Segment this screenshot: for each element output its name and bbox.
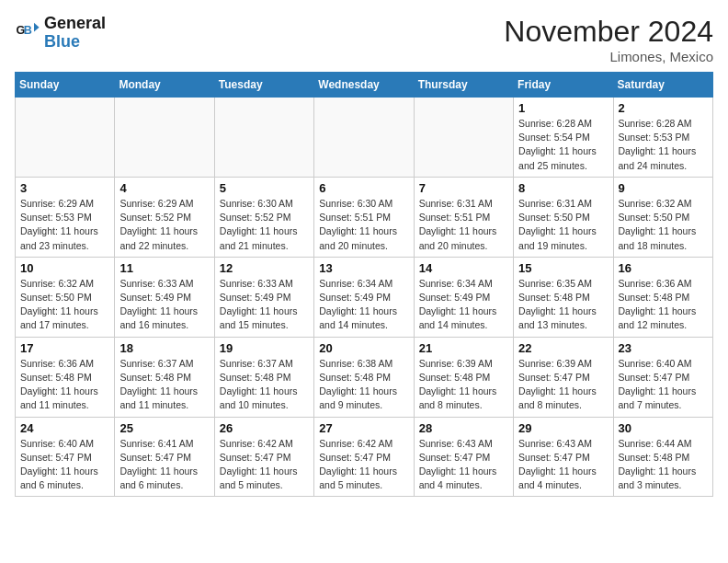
calendar-week-1: 1Sunrise: 6:28 AM Sunset: 5:54 PM Daylig…: [16, 98, 713, 178]
day-info: Sunrise: 6:43 AM Sunset: 5:47 PM Dayligh…: [518, 437, 608, 493]
day-number: 5: [220, 181, 309, 195]
weekday-header-friday: Friday: [514, 73, 613, 98]
page-header: G B General Blue November 2024 Limones, …: [15, 15, 713, 64]
calendar-cell: 13Sunrise: 6:34 AM Sunset: 5:49 PM Dayli…: [314, 257, 414, 337]
day-number: 10: [20, 261, 109, 275]
calendar-cell: 18Sunrise: 6:37 AM Sunset: 5:48 PM Dayli…: [115, 337, 214, 417]
day-info: Sunrise: 6:30 AM Sunset: 5:52 PM Dayligh…: [220, 197, 309, 253]
day-number: 29: [518, 421, 608, 435]
day-number: 3: [20, 181, 109, 195]
calendar-cell: 17Sunrise: 6:36 AM Sunset: 5:48 PM Dayli…: [16, 337, 115, 417]
calendar-cell: 24Sunrise: 6:40 AM Sunset: 5:47 PM Dayli…: [16, 417, 115, 497]
calendar-cell: 20Sunrise: 6:38 AM Sunset: 5:48 PM Dayli…: [314, 337, 414, 417]
day-number: 25: [119, 421, 209, 435]
day-info: Sunrise: 6:29 AM Sunset: 5:52 PM Dayligh…: [119, 197, 209, 253]
day-info: Sunrise: 6:36 AM Sunset: 5:48 PM Dayligh…: [20, 357, 109, 413]
month-title: November 2024: [504, 15, 713, 49]
logo: G B General Blue: [15, 15, 106, 52]
weekday-header-tuesday: Tuesday: [214, 73, 313, 98]
day-info: Sunrise: 6:39 AM Sunset: 5:47 PM Dayligh…: [518, 357, 608, 413]
calendar-cell: 23Sunrise: 6:40 AM Sunset: 5:47 PM Dayli…: [613, 337, 712, 417]
calendar-week-5: 24Sunrise: 6:40 AM Sunset: 5:47 PM Dayli…: [16, 417, 713, 497]
calendar-cell: [414, 98, 513, 178]
calendar-week-2: 3Sunrise: 6:29 AM Sunset: 5:53 PM Daylig…: [16, 177, 713, 257]
day-number: 2: [619, 101, 708, 115]
day-number: 13: [319, 261, 408, 275]
calendar-cell: 19Sunrise: 6:37 AM Sunset: 5:48 PM Dayli…: [214, 337, 313, 417]
weekday-header-thursday: Thursday: [414, 73, 513, 98]
day-number: 22: [518, 341, 608, 355]
calendar-cell: 7Sunrise: 6:31 AM Sunset: 5:51 PM Daylig…: [414, 177, 513, 257]
day-info: Sunrise: 6:44 AM Sunset: 5:48 PM Dayligh…: [619, 437, 708, 493]
day-number: 1: [518, 101, 608, 115]
day-number: 9: [619, 181, 708, 195]
calendar-cell: 5Sunrise: 6:30 AM Sunset: 5:52 PM Daylig…: [214, 177, 313, 257]
day-info: Sunrise: 6:30 AM Sunset: 5:51 PM Dayligh…: [319, 197, 408, 253]
day-info: Sunrise: 6:32 AM Sunset: 5:50 PM Dayligh…: [20, 277, 109, 333]
calendar-header-row: SundayMondayTuesdayWednesdayThursdayFrid…: [16, 73, 713, 98]
day-number: 7: [419, 181, 508, 195]
calendar-cell: 9Sunrise: 6:32 AM Sunset: 5:50 PM Daylig…: [613, 177, 712, 257]
day-info: Sunrise: 6:42 AM Sunset: 5:47 PM Dayligh…: [220, 437, 309, 493]
day-info: Sunrise: 6:40 AM Sunset: 5:47 PM Dayligh…: [20, 437, 109, 493]
calendar-cell: 1Sunrise: 6:28 AM Sunset: 5:54 PM Daylig…: [514, 98, 613, 178]
weekday-header-wednesday: Wednesday: [314, 73, 414, 98]
calendar-week-4: 17Sunrise: 6:36 AM Sunset: 5:48 PM Dayli…: [16, 337, 713, 417]
calendar-cell: 16Sunrise: 6:36 AM Sunset: 5:48 PM Dayli…: [613, 257, 712, 337]
svg-text:B: B: [24, 24, 32, 37]
day-number: 24: [20, 421, 109, 435]
logo-blue: Blue: [44, 33, 106, 52]
calendar-cell: [115, 98, 214, 178]
day-number: 4: [119, 181, 209, 195]
day-number: 27: [319, 421, 408, 435]
day-info: Sunrise: 6:35 AM Sunset: 5:48 PM Dayligh…: [518, 277, 608, 333]
day-info: Sunrise: 6:43 AM Sunset: 5:47 PM Dayligh…: [419, 437, 508, 493]
day-number: 21: [419, 341, 508, 355]
calendar-cell: 11Sunrise: 6:33 AM Sunset: 5:49 PM Dayli…: [115, 257, 214, 337]
logo-icon: G B: [15, 20, 40, 46]
day-info: Sunrise: 6:37 AM Sunset: 5:48 PM Dayligh…: [220, 357, 309, 413]
day-number: 8: [518, 181, 608, 195]
day-info: Sunrise: 6:40 AM Sunset: 5:47 PM Dayligh…: [619, 357, 708, 413]
day-info: Sunrise: 6:37 AM Sunset: 5:48 PM Dayligh…: [119, 357, 209, 413]
calendar-cell: 10Sunrise: 6:32 AM Sunset: 5:50 PM Dayli…: [16, 257, 115, 337]
calendar-cell: 21Sunrise: 6:39 AM Sunset: 5:48 PM Dayli…: [414, 337, 513, 417]
calendar-cell: 14Sunrise: 6:34 AM Sunset: 5:49 PM Dayli…: [414, 257, 513, 337]
weekday-header-monday: Monday: [115, 73, 214, 98]
day-number: 17: [20, 341, 109, 355]
calendar-cell: 8Sunrise: 6:31 AM Sunset: 5:50 PM Daylig…: [514, 177, 613, 257]
day-info: Sunrise: 6:31 AM Sunset: 5:50 PM Dayligh…: [518, 197, 608, 253]
day-number: 14: [419, 261, 508, 275]
calendar-cell: [214, 98, 313, 178]
day-number: 20: [319, 341, 408, 355]
day-info: Sunrise: 6:32 AM Sunset: 5:50 PM Dayligh…: [619, 197, 708, 253]
calendar-cell: 12Sunrise: 6:33 AM Sunset: 5:49 PM Dayli…: [214, 257, 313, 337]
day-info: Sunrise: 6:31 AM Sunset: 5:51 PM Dayligh…: [419, 197, 508, 253]
day-info: Sunrise: 6:28 AM Sunset: 5:54 PM Dayligh…: [518, 117, 608, 173]
calendar-cell: 30Sunrise: 6:44 AM Sunset: 5:48 PM Dayli…: [613, 417, 712, 497]
day-number: 23: [619, 341, 708, 355]
day-info: Sunrise: 6:36 AM Sunset: 5:48 PM Dayligh…: [619, 277, 708, 333]
calendar-cell: 2Sunrise: 6:28 AM Sunset: 5:53 PM Daylig…: [613, 98, 712, 178]
calendar-cell: 3Sunrise: 6:29 AM Sunset: 5:53 PM Daylig…: [16, 177, 115, 257]
day-number: 28: [419, 421, 508, 435]
calendar-cell: 29Sunrise: 6:43 AM Sunset: 5:47 PM Dayli…: [514, 417, 613, 497]
calendar-cell: 28Sunrise: 6:43 AM Sunset: 5:47 PM Dayli…: [414, 417, 513, 497]
weekday-header-saturday: Saturday: [613, 73, 712, 98]
day-info: Sunrise: 6:28 AM Sunset: 5:53 PM Dayligh…: [619, 117, 708, 173]
day-info: Sunrise: 6:34 AM Sunset: 5:49 PM Dayligh…: [319, 277, 408, 333]
day-info: Sunrise: 6:33 AM Sunset: 5:49 PM Dayligh…: [119, 277, 209, 333]
day-info: Sunrise: 6:41 AM Sunset: 5:47 PM Dayligh…: [119, 437, 209, 493]
day-info: Sunrise: 6:39 AM Sunset: 5:48 PM Dayligh…: [419, 357, 508, 413]
day-number: 26: [220, 421, 309, 435]
calendar-cell: 25Sunrise: 6:41 AM Sunset: 5:47 PM Dayli…: [115, 417, 214, 497]
day-info: Sunrise: 6:34 AM Sunset: 5:49 PM Dayligh…: [419, 277, 508, 333]
day-number: 12: [220, 261, 309, 275]
day-info: Sunrise: 6:33 AM Sunset: 5:49 PM Dayligh…: [220, 277, 309, 333]
location: Limones, Mexico: [504, 49, 713, 64]
calendar-cell: 4Sunrise: 6:29 AM Sunset: 5:52 PM Daylig…: [115, 177, 214, 257]
calendar-cell: 15Sunrise: 6:35 AM Sunset: 5:48 PM Dayli…: [514, 257, 613, 337]
calendar-cell: [314, 98, 414, 178]
logo-general: General: [44, 14, 106, 32]
svg-marker-2: [34, 23, 40, 32]
